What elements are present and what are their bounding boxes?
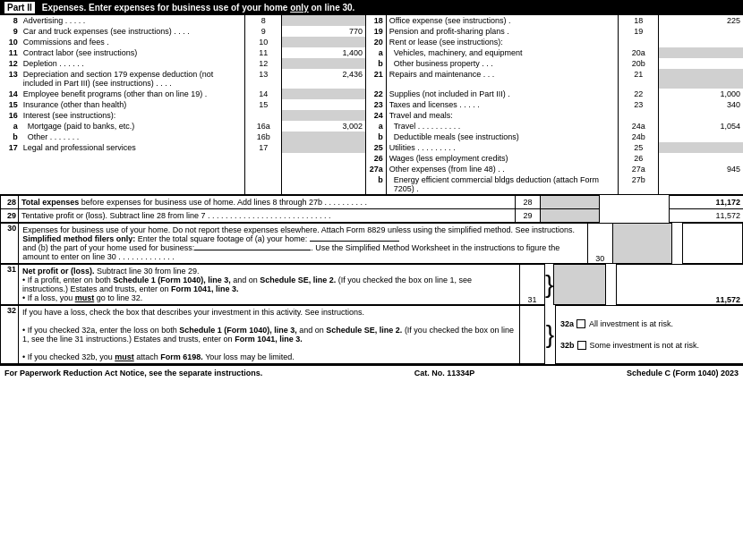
line-num-15: 15 [0,99,21,110]
line-num-13: 13 [0,69,21,89]
line-num-26: 26 [365,153,386,164]
amount-16 [281,110,365,121]
label-20: Rent or lease (see instructions): [386,37,618,47]
label-15: Insurance (other than health) [21,99,245,110]
amount-24b [659,132,743,142]
box-32 [520,306,545,364]
amount-17 [281,142,365,153]
table-row-28: 28 Total expenses before expenses for bu… [1,196,744,209]
label-18: Office expense (see instructions) . [386,15,618,26]
table-row: 10 Commissions and fees . 10 20 Rent or … [0,37,743,47]
line-num-21: 21 [365,69,386,89]
label-24: Travel and meals: [386,110,618,121]
checkbox-32b-row: 32b Some investment is not at risk. [560,341,739,350]
totals-table: 28 Total expenses before expenses for bu… [0,195,743,223]
label-20a: Vehicles, machinery, and equipment [386,47,618,58]
box-21: 21 [619,69,659,89]
box-15: 15 [245,99,282,110]
amount-24a: 1,054 [659,121,743,132]
label-12: Depletion . . . . . . [21,58,245,69]
table-row: 17 Legal and professional services 17 25… [0,142,743,153]
box-14: 14 [245,89,282,99]
line-num-27a: 27a [365,164,386,174]
amount-11: 1,400 [281,47,365,58]
box-11: 11 [245,47,282,58]
footer-left: For Paperwork Reduction Act Notice, see … [4,369,262,378]
box-22: 22 [619,89,659,99]
table-row: 12 Depletion . . . . . . 12 b Other busi… [0,58,743,69]
label-9: Car and truck expenses (see instructions… [21,26,245,37]
line-num-23: 23 [365,99,386,110]
schedule-c-part2: Part II Expenses. Enter expenses for bus… [0,0,743,380]
line-num-28: 28 [1,196,19,209]
box-30: 30 [587,224,612,264]
part-header: Part II Expenses. Enter expenses for bus… [0,0,743,15]
box-13: 13 [245,69,282,89]
label-32b: Some investment is not at risk. [590,341,700,350]
box-24b: 24b [619,132,659,142]
table-row-29: 29 Tentative profit or (loss). Subtract … [1,209,744,223]
amount-20a [659,47,743,58]
checkbox-32a[interactable] [576,319,585,328]
label-16a: Mortgage (paid to banks, etc.) [21,121,245,132]
label-21: Repairs and maintenance . . . [386,69,618,89]
label-13: Depreciation and section 179 expense ded… [21,69,245,89]
amount-27a: 945 [659,164,743,174]
box-20b: 20b [619,58,659,69]
table-row-31: 31 Net profit or (loss). Subtract line 3… [1,265,744,305]
amount-29-left [541,209,600,223]
box-23: 23 [619,99,659,110]
footer: For Paperwork Reduction Act Notice, see … [0,364,743,380]
table-row: a Mortgage (paid to banks, etc.) 16a 3,0… [0,121,743,132]
amount-29: 11,572 [670,209,744,223]
table-row: 11 Contract labor (see instructions) 11 … [0,47,743,58]
amount-14 [281,89,365,99]
box-27b: 27b [619,174,659,195]
line-num-22: 22 [365,89,386,99]
line-num-10: 10 [0,37,21,47]
amount-20 [659,37,743,47]
line-num-24: 24 [365,110,386,121]
amount-19 [659,26,743,37]
checkbox-32b[interactable] [577,341,586,350]
box-24 [619,110,659,121]
label-31: Net profit or (loss). Subtract line 30 f… [19,265,520,305]
amount-20b [659,58,743,69]
line-num-14: 14 [0,89,21,99]
line-num-30: 30 [1,224,19,264]
line-num-20b: b [365,58,386,69]
footer-right: Schedule C (Form 1040) 2023 [627,369,739,378]
amount-30-left [612,224,672,264]
line-num-16: 16 [0,110,21,121]
box-8: 8 [245,15,282,26]
table-row: 13 Depreciation and section 179 expense … [0,69,743,89]
box-27a: 27a [619,164,659,174]
table-row: b Energy efficient commercial bldgs dedu… [0,174,743,195]
table-row: 26 Wages (less employment credits) 26 [0,153,743,164]
label-24a: Travel . . . . . . . . . . [386,121,618,132]
label-30: Expenses for business use of your home. … [19,224,587,264]
amount-24 [659,110,743,121]
label-27a: Other expenses (from line 48) . . [386,164,618,174]
label-23: Taxes and licenses . . . . . [386,99,618,110]
label-19: Pension and profit-sharing plans . [386,26,618,37]
box-17: 17 [245,142,282,153]
table-row: 14 Employee benefit programs (other than… [0,89,743,99]
amount-16b [281,132,365,142]
table-row: 15 Insurance (other than health) 15 23 T… [0,99,743,110]
box-12: 12 [245,58,282,69]
checkboxes-32: 32a All investment is at risk. 32b Some … [556,306,744,364]
amount-10 [281,37,365,47]
box-28: 28 [516,196,541,209]
label-29: Tentative profit or (loss). Subtract lin… [19,209,516,223]
checkbox-32a-row: 32a All investment is at risk. [560,319,739,328]
line-num-24b: b [365,132,386,142]
line-num-20a: a [365,47,386,58]
box-16b: 16b [245,132,282,142]
line-num-11: 11 [0,47,21,58]
box-18: 18 [619,15,659,26]
table-row: 27a Other expenses (from line 48) . . 27… [0,164,743,174]
amount-12 [281,58,365,69]
label-8: Advertising . . . . . [21,15,245,26]
line-num-12: 12 [0,58,21,69]
